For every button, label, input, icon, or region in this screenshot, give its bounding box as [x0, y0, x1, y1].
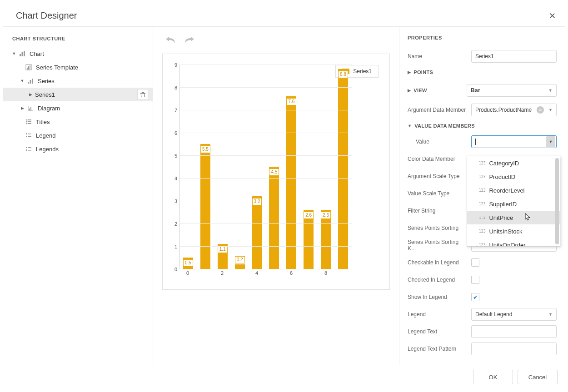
svg-point-14 — [26, 123, 28, 124]
chevron-down-icon[interactable]: ▼ — [20, 79, 25, 83]
section-points[interactable]: ▶ POINTS — [408, 65, 557, 79]
dropdown-item-label: ReorderLevel — [489, 187, 524, 194]
y-tick: 0 — [174, 267, 177, 272]
section-view[interactable]: ▶ VIEW Bar ▼ — [408, 79, 557, 101]
dropdown-item-label: UnitPrice — [489, 214, 513, 221]
show-legend-checkbox[interactable]: ✔ — [471, 293, 479, 301]
label-value-scale: Value Scale Type — [408, 190, 467, 197]
tree-item-legend[interactable]: Legend — [3, 129, 153, 142]
legend-text-input[interactable] — [471, 325, 557, 338]
redo-button[interactable] — [184, 35, 195, 45]
type-icon: 123 — [479, 189, 485, 193]
svg-point-12 — [26, 119, 28, 121]
checkable-checkbox[interactable] — [471, 258, 479, 267]
svg-rect-15 — [28, 119, 31, 120]
delete-button[interactable] — [137, 89, 148, 100]
chevron-down-icon[interactable]: ▼ — [11, 51, 17, 56]
bar: 1.1 — [218, 244, 228, 269]
type-icon: 123 — [479, 161, 485, 165]
dropdown-item[interactable]: 123ProductID — [467, 170, 560, 184]
section-value-members[interactable]: ▼ VALUE DATA MEMBERS — [408, 119, 557, 133]
tree-item-series-template[interactable]: Series Template — [3, 60, 153, 74]
dropdown-item[interactable]: 123UnitsInStock — [467, 224, 560, 238]
close-icon[interactable]: ✕ — [549, 11, 556, 21]
dropdown-item[interactable]: 123CategoryID — [467, 156, 560, 170]
template-icon — [25, 64, 32, 71]
cancel-button[interactable]: Cancel — [518, 370, 558, 384]
undo-button[interactable] — [165, 35, 176, 45]
value-select[interactable]: ▼ — [471, 135, 557, 148]
bar-value-label: 2.6 — [304, 212, 314, 219]
svg-rect-16 — [28, 121, 31, 122]
x-tick: 4 — [252, 270, 262, 278]
svg-rect-0 — [20, 54, 21, 56]
y-tick: 1 — [174, 244, 177, 249]
undo-redo-toolbar — [165, 35, 390, 45]
chevron-right-icon[interactable]: ▶ — [20, 106, 25, 110]
svg-rect-19 — [28, 134, 31, 134]
label-filter: Filter String — [408, 208, 467, 214]
svg-rect-1 — [22, 52, 23, 56]
bar: 3.2 — [252, 196, 262, 269]
chevron-right-icon[interactable]: ▶ — [28, 92, 33, 97]
dropdown-item[interactable]: 123UnitsOnOrder — [467, 238, 560, 247]
arg-member-select[interactable]: Products.ProductName ✕ ▼ — [471, 104, 557, 116]
ok-button[interactable]: OK — [473, 370, 513, 384]
dropdown-item-label: UnitsInStock — [489, 228, 522, 235]
x-tick: 2 — [217, 270, 227, 278]
dropdown-button[interactable]: ▼ — [546, 136, 555, 147]
bar: 2.6 — [304, 210, 314, 269]
type-icon: 123 — [479, 175, 485, 179]
dropdown-item[interactable]: 1.2UnitPrice — [467, 211, 560, 224]
label-sort-key: Series Points Sorting K... — [408, 239, 467, 252]
clear-icon[interactable]: ✕ — [537, 106, 544, 114]
dropdown-item[interactable]: 123SupplierID — [467, 197, 560, 211]
titles-icon — [25, 118, 32, 125]
modal-header: Chart Designer ✕ — [3, 3, 565, 27]
scrollbar[interactable] — [555, 158, 559, 244]
legend-select[interactable]: Default Legend ▼ — [471, 308, 557, 321]
x-tick — [304, 270, 314, 278]
chart-structure-panel: CHART STRUCTURE ▼ Chart Series Template — [3, 27, 153, 365]
svg-rect-9 — [32, 79, 33, 84]
bar-value-label: 7.6 — [286, 98, 296, 105]
type-icon: 123 — [479, 243, 485, 247]
tree-item-titles[interactable]: Titles — [3, 115, 153, 129]
checked-checkbox[interactable] — [471, 276, 479, 284]
tree-item-series1[interactable]: ▶ Series1 — [3, 88, 153, 101]
y-tick: 2 — [174, 221, 177, 227]
bar-value-label: 8.8 — [338, 71, 348, 78]
chevron-down-icon: ▼ — [548, 88, 553, 93]
tree-item-series[interactable]: ▼ Series — [3, 74, 153, 88]
svg-rect-18 — [26, 133, 27, 134]
bar: 0.5 — [183, 258, 193, 269]
view-select[interactable]: Bar ▼ — [467, 84, 557, 97]
bar-value-label: 3.2 — [252, 198, 262, 205]
value-dropdown[interactable]: 123CategoryID123ProductID123ReorderLevel… — [467, 156, 560, 247]
svg-rect-24 — [26, 149, 27, 151]
legend-pattern-input[interactable] — [471, 342, 557, 355]
tree-label: Titles — [36, 119, 50, 125]
dropdown-item[interactable]: 123ReorderLevel — [467, 184, 560, 197]
cursor-icon — [525, 213, 531, 223]
x-tick — [200, 270, 210, 278]
dropdown-item-label: ProductID — [489, 174, 515, 180]
legend-series-label: Series1 — [353, 68, 372, 74]
svg-rect-10 — [29, 109, 30, 110]
label-name: Name — [408, 53, 467, 60]
series-icon — [27, 77, 34, 84]
svg-rect-25 — [28, 150, 31, 151]
tree-item-chart[interactable]: ▼ Chart — [3, 47, 153, 60]
tree-item-legends[interactable]: Legends — [3, 142, 153, 156]
y-tick: 5 — [174, 153, 177, 159]
tree-item-diagram[interactable]: ▶ Diagram — [3, 101, 153, 115]
x-axis: 02468 — [179, 270, 352, 278]
name-input[interactable] — [471, 50, 557, 63]
chevron-right-icon: ▶ — [408, 70, 411, 74]
svg-rect-5 — [28, 66, 29, 69]
chart-preview: Series1 0123456789 0.55.51.10.23.24.57.6… — [162, 54, 390, 290]
svg-rect-6 — [30, 65, 30, 69]
svg-rect-2 — [24, 51, 25, 56]
dropdown-item-label: CategoryID — [489, 160, 519, 167]
label-arg-scale: Argument Scale Type — [408, 173, 467, 179]
